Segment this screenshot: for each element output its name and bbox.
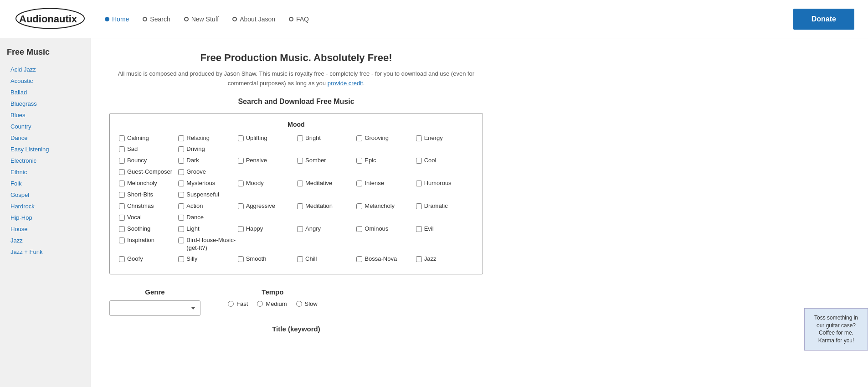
mood-melancholy[interactable]: Melancholy	[356, 202, 414, 210]
mood-meditative-checkbox[interactable]	[297, 181, 303, 186]
mood-bouncy-checkbox[interactable]	[119, 158, 125, 164]
mood-driving[interactable]: Driving	[178, 145, 236, 153]
mood-moody[interactable]: Moody	[238, 180, 295, 187]
mood-pensive-checkbox[interactable]	[238, 158, 244, 164]
mood-groove-checkbox[interactable]	[178, 169, 184, 175]
mood-dramatic[interactable]: Dramatic	[416, 202, 473, 210]
mood-meloncholy-checkbox[interactable]	[119, 181, 125, 186]
mood-relaxing[interactable]: Relaxing	[178, 134, 236, 142]
logo[interactable]: Audionautix	[14, 5, 87, 33]
mood-jazz-checkbox[interactable]	[416, 256, 422, 262]
mood-silly[interactable]: Silly	[178, 255, 236, 263]
mood-chill-checkbox[interactable]	[297, 256, 303, 262]
mood-bossa-nova[interactable]: Bossa-Nova	[356, 255, 414, 263]
mood-silly-checkbox[interactable]	[178, 256, 184, 262]
mood-christmas[interactable]: Christmas	[119, 202, 176, 210]
mood-energy-checkbox[interactable]	[416, 135, 422, 141]
mood-uplifting-checkbox[interactable]	[238, 135, 244, 141]
donate-button[interactable]: Donate	[793, 9, 854, 30]
nav-faq[interactable]: FAQ	[289, 15, 309, 23]
mood-soothing-checkbox[interactable]	[119, 226, 125, 232]
sidebar-item-bluegrass[interactable]: Bluegrass	[7, 98, 84, 109]
mood-mysterious-checkbox[interactable]	[178, 181, 184, 186]
mood-vocal[interactable]: Vocal	[119, 214, 176, 222]
mood-goofy-checkbox[interactable]	[119, 256, 125, 262]
mood-meloncholy[interactable]: Meloncholy	[119, 180, 176, 187]
sidebar-item-folk[interactable]: Folk	[7, 178, 84, 189]
sidebar-item-house[interactable]: House	[7, 223, 84, 235]
mood-short-bits[interactable]: Short-Bits	[119, 191, 176, 199]
mood-groove[interactable]: Groove	[178, 168, 236, 176]
sidebar-item-jazz-funk[interactable]: Jazz + Funk	[7, 246, 84, 258]
mood-happy-checkbox[interactable]	[238, 226, 244, 232]
mood-driving-checkbox[interactable]	[178, 146, 184, 152]
tempo-medium-radio[interactable]	[257, 301, 263, 307]
mood-chill[interactable]: Chill	[297, 255, 354, 263]
sidebar-item-easy-listening[interactable]: Easy Listening	[7, 144, 84, 155]
sidebar-item-dance[interactable]: Dance	[7, 132, 84, 144]
mood-meditative[interactable]: Meditative	[297, 180, 354, 187]
sidebar-item-hip-hop[interactable]: Hip-Hop	[7, 212, 84, 223]
sidebar-item-ballad[interactable]: Ballad	[7, 87, 84, 98]
mood-soothing[interactable]: Soothing	[119, 225, 176, 233]
tempo-fast-radio[interactable]	[228, 301, 234, 307]
mood-angry-checkbox[interactable]	[297, 226, 303, 232]
mood-cool-checkbox[interactable]	[416, 158, 422, 164]
mood-grooving[interactable]: Grooving	[356, 134, 414, 142]
mood-suspenseful-checkbox[interactable]	[178, 192, 184, 198]
mood-goofy[interactable]: Goofy	[119, 255, 176, 263]
mood-light[interactable]: Light	[178, 225, 236, 233]
mood-bird-house[interactable]: Bird-House-Music-(get-It?)	[178, 237, 236, 252]
nav-search[interactable]: Search	[143, 15, 170, 23]
mood-evil[interactable]: Evil	[416, 225, 473, 233]
mood-intense[interactable]: Intense	[356, 180, 414, 187]
mood-dance[interactable]: Dance	[178, 214, 236, 222]
mood-inspiration-checkbox[interactable]	[119, 237, 125, 243]
mood-bird-house-checkbox[interactable]	[178, 237, 184, 243]
mood-sad[interactable]: Sad	[119, 145, 176, 153]
mood-energy[interactable]: Energy	[416, 134, 473, 142]
mood-ominous[interactable]: Ominous	[356, 225, 414, 233]
sidebar-item-acid-jazz[interactable]: Acid Jazz	[7, 64, 84, 75]
mood-angry[interactable]: Angry	[297, 225, 354, 233]
mood-intense-checkbox[interactable]	[356, 181, 362, 186]
provide-credit-link[interactable]: provide credit	[328, 80, 363, 87]
mood-action-checkbox[interactable]	[178, 203, 184, 209]
mood-sad-checkbox[interactable]	[119, 146, 125, 152]
mood-aggressive-checkbox[interactable]	[238, 203, 244, 209]
sidebar-item-electronic[interactable]: Electronic	[7, 155, 84, 166]
sidebar-item-acoustic[interactable]: Acoustic	[7, 75, 84, 87]
tempo-slow[interactable]: Slow	[296, 300, 318, 307]
mood-pensive[interactable]: Pensive	[238, 157, 295, 165]
tempo-fast[interactable]: Fast	[228, 300, 248, 307]
mood-grooving-checkbox[interactable]	[356, 135, 362, 141]
mood-guest-composer-checkbox[interactable]	[119, 169, 125, 175]
mood-happy[interactable]: Happy	[238, 225, 295, 233]
sidebar-item-ethnic[interactable]: Ethnic	[7, 166, 84, 178]
mood-smooth[interactable]: Smooth	[238, 255, 295, 263]
mood-christmas-checkbox[interactable]	[119, 203, 125, 209]
nav-new-stuff[interactable]: New Stuff	[184, 15, 219, 23]
genre-select[interactable]	[109, 300, 200, 316]
mood-evil-checkbox[interactable]	[416, 226, 422, 232]
nav-home[interactable]: Home	[105, 15, 129, 23]
mood-epic[interactable]: Epic	[356, 157, 414, 165]
mood-moody-checkbox[interactable]	[238, 181, 244, 186]
mood-dark[interactable]: Dark	[178, 157, 236, 165]
mood-dance-checkbox[interactable]	[178, 215, 184, 221]
mood-short-bits-checkbox[interactable]	[119, 192, 125, 198]
sidebar-item-country[interactable]: Country	[7, 121, 84, 132]
mood-uplifting[interactable]: Uplifting	[238, 134, 295, 142]
sidebar-item-gospel[interactable]: Gospel	[7, 189, 84, 201]
mood-vocal-checkbox[interactable]	[119, 215, 125, 221]
mood-bright[interactable]: Bright	[297, 134, 354, 142]
mood-light-checkbox[interactable]	[178, 226, 184, 232]
mood-smooth-checkbox[interactable]	[238, 256, 244, 262]
mood-bossa-nova-checkbox[interactable]	[356, 256, 362, 262]
mood-humorous-checkbox[interactable]	[416, 181, 422, 186]
mood-guest-composer[interactable]: Guest-Composer	[119, 168, 176, 176]
mood-aggressive[interactable]: Aggressive	[238, 202, 295, 210]
mood-cool[interactable]: Cool	[416, 157, 473, 165]
mood-somber-checkbox[interactable]	[297, 158, 303, 164]
mood-meditation-checkbox[interactable]	[297, 203, 303, 209]
